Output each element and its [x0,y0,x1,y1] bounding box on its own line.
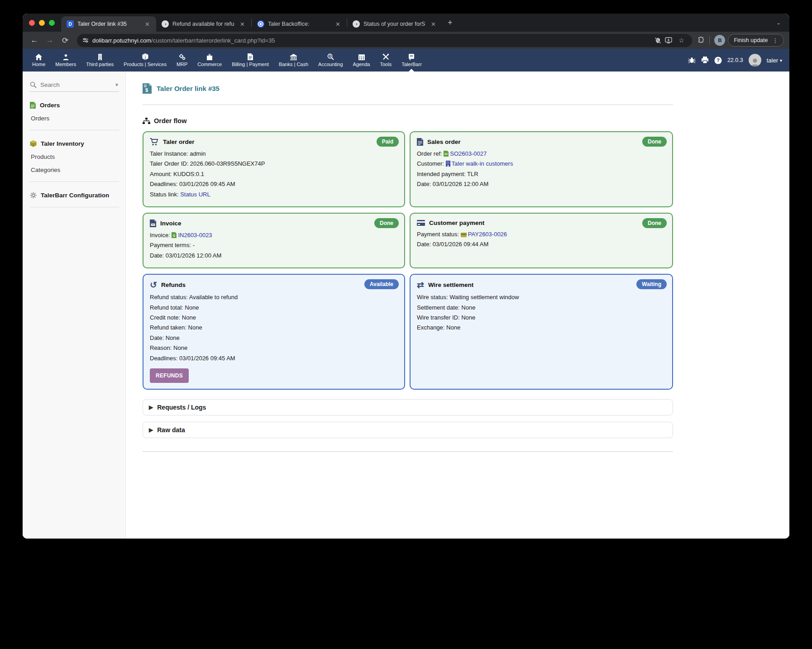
taler-order-link-icon: $ [143,83,152,94]
menu-banks-cash[interactable]: Banks | Cash [274,49,313,72]
wire-transfer-icon: ⇄ [417,281,424,289]
profile-avatar[interactable]: B [714,35,725,46]
sidebar-search[interactable]: ▼ [30,81,119,92]
user-menu[interactable]: taler▾ [767,57,782,64]
back-button[interactable]: ← [28,34,41,47]
members-icon [62,54,69,60]
tab-title: Status of your order forShow [363,21,425,27]
tab-search-chevron-icon[interactable]: ⌄ [774,18,783,27]
card-wire-settlement: Waiting ⇄ Wire settlement Wire status: W… [410,274,673,390]
forward-button[interactable]: → [43,34,56,47]
status-url-link[interactable]: Status URL [180,191,210,198]
card-title: Taler order [163,138,195,145]
menu-products-services[interactable]: Products | Services [119,49,172,72]
dolibarr-favicon: D [67,20,74,28]
tab-taler-order-link[interactable]: D Taler Order link #35 ✕ [61,16,156,32]
sidebar-divider [30,207,119,207]
user-avatar[interactable] [749,54,761,67]
taler-instance-line: Taler Instance: admin [150,150,398,157]
order-ref-line: Order ref: SO2603-0027 [417,150,666,157]
finish-update-button[interactable]: Finish update ⋮ [728,34,784,47]
reload-button[interactable]: ⟳ [59,34,72,47]
print-icon[interactable] [701,57,709,64]
tab-order-status[interactable]: ◑ Status of your order forShow ✕ [347,16,442,32]
close-tab-icon[interactable]: ✕ [334,20,342,29]
card-title: Refunds [161,282,186,288]
accordion-requests-logs[interactable]: ▶ Requests / Logs [143,399,673,415]
menu-home[interactable]: Home [27,49,50,72]
search-caret-icon[interactable]: ▼ [115,82,119,87]
help-icon[interactable]: ? [714,57,722,64]
navbar-right-cluster: ? 22.0.3 taler▾ [688,54,789,67]
close-tab-icon[interactable]: ✕ [143,20,152,29]
refunds-button[interactable]: REFUNDS [150,368,189,383]
accounting-icon: $ [327,53,334,60]
svg-text:?: ? [716,57,720,63]
reason-line: Reason: None [150,344,398,352]
tab-title: Taler Backoffice: [268,21,330,27]
title-divider [143,105,673,105]
menu-talerbarr[interactable]: TalerBarr [396,49,427,72]
person-photo-icon [750,57,760,67]
close-window-button[interactable] [29,20,35,26]
menu-members[interactable]: Members [50,49,81,72]
menu-accounting[interactable]: $ Accounting [313,49,348,72]
status-badge: Paid [377,137,399,147]
date-line: Date: 03/01/2026 09:44 AM [417,240,666,248]
status-badge: Done [374,218,399,228]
menu-agenda[interactable]: Agenda [348,49,375,72]
sales-order-ref-link[interactable]: SO2603-0027 [450,150,487,157]
browser-menu-icon[interactable]: ⋮ [773,37,779,44]
wire-transfer-id-line: Wire transfer ID: None [417,314,666,321]
menu-billing-payment[interactable]: Billing | Payment [227,49,274,72]
accordion-raw-data[interactable]: ▶ Raw data [143,422,673,438]
url-text[interactable]: dolibarr.potuzhnyi.com/custom/talerbarr/… [92,36,651,44]
minimize-window-button[interactable] [39,20,45,26]
sales-order-doc-icon [417,138,423,146]
address-bar[interactable]: dolibarr.potuzhnyi.com/custom/talerbarr/… [77,34,692,47]
sidebar-heading-talerbarr-config[interactable]: TalerBarr Configuration [30,192,119,199]
close-tab-icon[interactable]: ✕ [238,20,247,29]
taler-order-id-line: Taler Order ID: 2026.060-03R9S5NGEX74P [150,160,398,167]
bug-icon[interactable] [688,57,696,64]
sidebar-heading-taler-inventory[interactable]: Taler Inventory [30,140,119,147]
exchange-line: Exchange: None [417,324,666,331]
card-sales-order: Done Sales order Order ref: SO2603-0027 … [410,131,673,207]
customer-link[interactable]: Taler walk-in customers [452,160,513,167]
sidebar-item-products[interactable]: Products [31,153,119,160]
third-parties-icon [97,54,103,60]
status-badge: Done [642,137,667,147]
products-icon [142,53,148,60]
bank-icon [290,54,297,60]
permission-blocked-icon[interactable] [654,37,661,44]
card-title: Invoice [160,220,182,227]
close-tab-icon[interactable]: ✕ [429,20,438,29]
sidebar-item-categories[interactable]: Categories [31,167,119,173]
tab-refund-available[interactable]: ◑ Refund available for refund of ✕ [156,16,251,32]
invoice-ref-line: Invoice: $IN2603-0023 [150,231,398,239]
search-input[interactable] [40,81,104,88]
browser-window: D Taler Order link #35 ✕ ◑ Refund availa… [23,14,789,539]
tab-taler-backoffice[interactable]: Taler Backoffice: ✕ [252,16,347,32]
payment-icon [461,233,467,237]
extensions-puzzle-icon[interactable] [697,37,705,44]
install-app-icon[interactable] [665,37,672,43]
menu-mrp[interactable]: MRP [172,49,192,72]
menu-tools[interactable]: Tools [375,49,396,72]
refund-taken-line: Refund taken: None [150,324,398,331]
new-tab-button[interactable]: + [442,18,458,28]
zoom-window-button[interactable] [49,20,55,26]
site-settings-icon[interactable] [82,37,89,43]
status-badge: Waiting [636,279,667,289]
sidebar-item-orders[interactable]: Orders [31,115,119,122]
card-customer-payment: Done Customer payment Payment status: PA… [410,213,673,268]
bookmark-star-icon[interactable]: ☆ [676,37,687,44]
menu-commerce[interactable]: Commerce [192,49,227,72]
invoice-link[interactable]: IN2603-0023 [178,232,212,239]
date-line: Date: 03/01/2026 12:00 AM [150,252,398,259]
menu-third-parties[interactable]: Third parties [81,49,119,72]
page-title-row: $ Taler Order link #35 [143,83,673,94]
sidebar-heading-orders[interactable]: Orders [30,102,119,109]
search-icon [30,81,37,88]
payment-link[interactable]: PAY2603-0026 [468,231,507,238]
